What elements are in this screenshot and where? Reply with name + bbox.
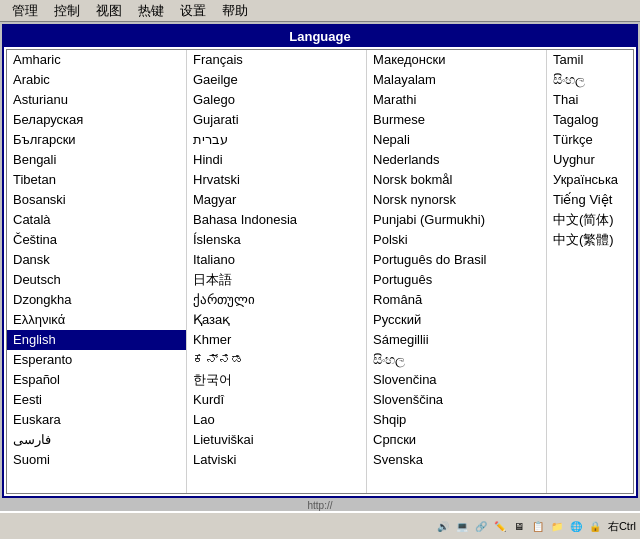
lang-item[interactable]: Lao xyxy=(187,410,366,430)
lang-item[interactable]: Tamil xyxy=(547,50,633,70)
tray-icon-5: 🖥 xyxy=(511,518,527,534)
lang-item[interactable]: Português xyxy=(367,270,546,290)
lang-item[interactable]: Lietuviškai xyxy=(187,430,366,450)
lang-item[interactable]: සිංහල xyxy=(367,350,546,370)
lang-item[interactable]: Svenska xyxy=(367,450,546,470)
lang-item[interactable]: Deutsch xyxy=(7,270,186,290)
tray-icon-9: 🔒 xyxy=(587,518,603,534)
lang-item[interactable]: Eesti xyxy=(7,390,186,410)
lang-item[interactable]: Asturianu xyxy=(7,90,186,110)
lang-item[interactable]: Português do Brasil xyxy=(367,250,546,270)
dialog-title: Language xyxy=(4,26,636,47)
lang-item[interactable]: Bosanski xyxy=(7,190,186,210)
lang-item[interactable]: සිංහල xyxy=(547,70,633,90)
lang-item[interactable]: ಕನ್ನಡ xyxy=(187,350,366,370)
lang-item[interactable]: Українська xyxy=(547,170,633,190)
lang-item[interactable]: Galego xyxy=(187,90,366,110)
lang-item[interactable]: Burmese xyxy=(367,110,546,130)
lang-item[interactable]: Català xyxy=(7,210,186,230)
lang-item[interactable]: Khmer xyxy=(187,330,366,350)
lang-column-3: МакедонскиMalayalamMarathiBurmeseNepaliN… xyxy=(367,50,547,493)
lang-item[interactable]: Uyghur xyxy=(547,150,633,170)
lang-item[interactable]: Shqip xyxy=(367,410,546,430)
lang-item[interactable]: Български xyxy=(7,130,186,150)
system-tray: 🔊 💻 🔗 ✏️ 🖥 📋 📁 🌐 🔒 右Ctrl xyxy=(435,518,636,534)
lang-item[interactable]: Sámegillii xyxy=(367,330,546,350)
tray-icon-7: 📁 xyxy=(549,518,565,534)
menu-hotkeys[interactable]: 热键 xyxy=(130,0,172,22)
lang-item[interactable]: Español xyxy=(7,370,186,390)
tray-icon-6: 📋 xyxy=(530,518,546,534)
lang-item[interactable]: Norsk bokmål xyxy=(367,170,546,190)
lang-item[interactable]: Íslenska xyxy=(187,230,366,250)
lang-item[interactable]: Русский xyxy=(367,310,546,330)
lang-column-2: FrançaisGaeilgeGalegoGujaratiעבריתHindiH… xyxy=(187,50,367,493)
lang-item[interactable]: Amharic xyxy=(7,50,186,70)
lang-item[interactable]: Norsk nynorsk xyxy=(367,190,546,210)
lang-item[interactable]: Français xyxy=(187,50,366,70)
lang-item[interactable]: Bengali xyxy=(7,150,186,170)
lang-item[interactable]: 中文(简体) xyxy=(547,210,633,230)
lang-item[interactable]: Română xyxy=(367,290,546,310)
lang-item[interactable]: Euskara xyxy=(7,410,186,430)
lang-item[interactable]: Latviski xyxy=(187,450,366,470)
lang-item[interactable]: עברית xyxy=(187,130,366,150)
lang-item[interactable]: 한국어 xyxy=(187,370,366,390)
lang-item[interactable]: Malayalam xyxy=(367,70,546,90)
lang-item[interactable]: Қазақ xyxy=(187,310,366,330)
menu-control[interactable]: 控制 xyxy=(46,0,88,22)
url-bar: http:// xyxy=(0,500,640,511)
lang-item[interactable]: Gaeilge xyxy=(187,70,366,90)
tray-icon-3: 🔗 xyxy=(473,518,489,534)
lang-item[interactable]: Ελληνικά xyxy=(7,310,186,330)
lang-item[interactable]: Nederlands xyxy=(367,150,546,170)
lang-item[interactable]: Hrvatski xyxy=(187,170,366,190)
lang-item[interactable]: 日本語 xyxy=(187,270,366,290)
lang-item[interactable]: Bahasa Indonesia xyxy=(187,210,366,230)
lang-item[interactable]: Arabic xyxy=(7,70,186,90)
lang-item[interactable]: 中文(繁體) xyxy=(547,230,633,250)
lang-item[interactable]: Tiếng Việt xyxy=(547,190,633,210)
tray-icon-2: 💻 xyxy=(454,518,470,534)
lang-item[interactable]: ქართული xyxy=(187,290,366,310)
menu-help[interactable]: 帮助 xyxy=(214,0,256,22)
lang-item[interactable]: Slovenščina xyxy=(367,390,546,410)
lang-item[interactable]: Tibetan xyxy=(7,170,186,190)
language-dialog: Language AmharicArabicAsturianuБеларуска… xyxy=(2,24,638,498)
lang-item[interactable]: Kurdî xyxy=(187,390,366,410)
tray-icon-1: 🔊 xyxy=(435,518,451,534)
lang-item[interactable]: Čeština xyxy=(7,230,186,250)
lang-column-1: AmharicArabicAsturianuБеларускаяБългарск… xyxy=(7,50,187,493)
lang-item[interactable]: Српски xyxy=(367,430,546,450)
lang-item[interactable]: Беларуская xyxy=(7,110,186,130)
lang-item[interactable]: English xyxy=(7,330,186,350)
lang-item[interactable]: Thai xyxy=(547,90,633,110)
lang-item[interactable]: Türkçe xyxy=(547,130,633,150)
lang-item[interactable]: Marathi xyxy=(367,90,546,110)
menu-settings[interactable]: 设置 xyxy=(172,0,214,22)
menu-view[interactable]: 视图 xyxy=(88,0,130,22)
lang-item[interactable]: Nepali xyxy=(367,130,546,150)
tray-icon-4: ✏️ xyxy=(492,518,508,534)
menubar: 管理 控制 视图 热键 设置 帮助 xyxy=(0,0,640,22)
lang-item[interactable]: Esperanto xyxy=(7,350,186,370)
lang-item[interactable]: Gujarati xyxy=(187,110,366,130)
lang-item[interactable]: Dansk xyxy=(7,250,186,270)
lang-item[interactable]: Polski xyxy=(367,230,546,250)
ctrl-label: 右Ctrl xyxy=(608,519,636,534)
lang-item[interactable]: Dzongkha xyxy=(7,290,186,310)
language-grid: AmharicArabicAsturianuБеларускаяБългарск… xyxy=(6,49,634,494)
lang-item[interactable]: Slovenčina xyxy=(367,370,546,390)
lang-item[interactable]: Suomi xyxy=(7,450,186,470)
lang-item[interactable]: Punjabi (Gurmukhi) xyxy=(367,210,546,230)
lang-item[interactable]: Italiano xyxy=(187,250,366,270)
taskbar: 🔊 💻 🔗 ✏️ 🖥 📋 📁 🌐 🔒 右Ctrl xyxy=(0,511,640,539)
lang-item[interactable]: Hindi xyxy=(187,150,366,170)
tray-icon-8: 🌐 xyxy=(568,518,584,534)
lang-column-4: TamilසිංහලThaiTagalogTürkçeUyghurУкраїнс… xyxy=(547,50,633,493)
lang-item[interactable]: Magyar xyxy=(187,190,366,210)
menu-manage[interactable]: 管理 xyxy=(4,0,46,22)
lang-item[interactable]: Македонски xyxy=(367,50,546,70)
lang-item[interactable]: فارسی xyxy=(7,430,186,450)
lang-item[interactable]: Tagalog xyxy=(547,110,633,130)
